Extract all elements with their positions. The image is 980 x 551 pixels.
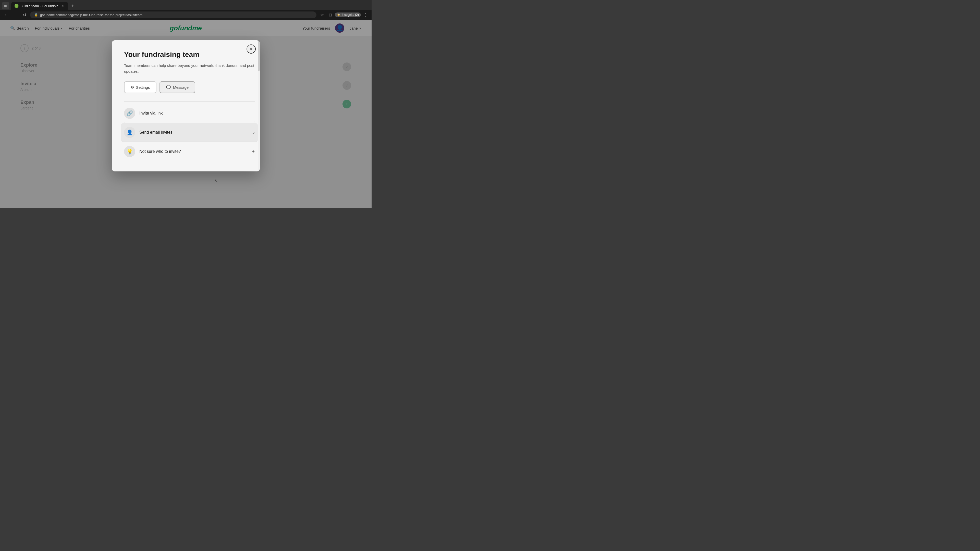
send-email-arrow-icon: ›: [253, 130, 255, 135]
not-sure-icon-circle: 💡: [124, 146, 135, 157]
modal-close-button[interactable]: ×: [247, 44, 256, 54]
divider-1: [124, 101, 255, 102]
browser-chrome: ⊞ 🟢 Build a team - GoFundMe × + ← → ↺ 🔒 …: [0, 0, 372, 20]
back-button[interactable]: ←: [3, 11, 10, 18]
settings-label: Settings: [136, 85, 150, 89]
invite-via-link-option[interactable]: 🔗 Invite via link: [124, 103, 255, 123]
settings-icon: ⚙: [130, 85, 134, 89]
link-icon: 🔗: [127, 110, 133, 116]
modal-scrollbar[interactable]: [258, 40, 260, 171]
not-sure-label: Not sure who to invite?: [139, 149, 248, 154]
profile-button[interactable]: ⊡: [327, 11, 334, 18]
settings-button[interactable]: ⚙ Settings: [124, 81, 156, 93]
tab-favicon: 🟢: [14, 4, 18, 8]
toolbar-actions: ☆ ⊡ 🕵 Incognito (2) ⋮: [318, 11, 369, 18]
message-icon: 💬: [166, 85, 171, 89]
bookmark-button[interactable]: ☆: [318, 11, 326, 18]
incognito-icon: 🕵: [337, 13, 341, 17]
menu-button[interactable]: ⋮: [362, 11, 369, 18]
tab-close-button[interactable]: ×: [60, 3, 65, 8]
person-plus-icon: 👤: [127, 129, 133, 135]
url-text: gofundme.com/manage/help-me-fund-raise-f…: [40, 13, 142, 17]
address-bar[interactable]: 🔒 gofundme.com/manage/help-me-fund-raise…: [30, 11, 317, 18]
modal-content: Your fundraising team Team members can h…: [112, 40, 260, 171]
lightbulb-icon: 💡: [127, 148, 133, 155]
forward-button[interactable]: →: [12, 11, 19, 18]
not-sure-plus-icon: +: [252, 149, 255, 154]
message-button[interactable]: 💬 Message: [159, 81, 195, 93]
message-label: Message: [173, 85, 189, 89]
tab-switcher[interactable]: ⊞: [2, 2, 9, 10]
email-invite-icon-circle: 👤: [124, 127, 135, 138]
modal: × Your fundraising team Team members can…: [112, 40, 260, 171]
modal-scrollbar-thumb: [258, 40, 260, 71]
lock-icon: 🔒: [34, 13, 38, 17]
tab-title: Build a team - GoFundMe: [21, 4, 59, 8]
modal-title: Your fundraising team: [124, 51, 255, 59]
incognito-badge[interactable]: 🕵 Incognito (2): [335, 13, 361, 17]
close-icon: ×: [250, 46, 253, 52]
browser-toolbar: ← → ↺ 🔒 gofundme.com/manage/help-me-fund…: [0, 10, 372, 20]
tab-switcher-icon: ⊞: [4, 4, 7, 8]
not-sure-option[interactable]: 💡 Not sure who to invite? +: [124, 142, 255, 161]
modal-action-buttons: ⚙ Settings 💬 Message: [124, 81, 255, 93]
incognito-label: Incognito (2): [342, 13, 359, 17]
modal-description: Team members can help share beyond your …: [124, 63, 255, 74]
invite-link-label: Invite via link: [139, 111, 255, 116]
send-email-invites-option[interactable]: 👤 Send email invites ›: [121, 123, 258, 142]
send-email-label: Send email invites: [139, 130, 249, 135]
active-tab[interactable]: 🟢 Build a team - GoFundMe ×: [11, 2, 68, 10]
invite-link-icon-circle: 🔗: [124, 108, 135, 119]
reload-button[interactable]: ↺: [21, 11, 28, 18]
modal-overlay[interactable]: × Your fundraising team Team members can…: [0, 20, 372, 208]
page-background: 🔍 Search For individuals ∨ For charities…: [0, 20, 372, 208]
browser-tabs-bar: ⊞ 🟢 Build a team - GoFundMe × +: [0, 0, 372, 10]
new-tab-button[interactable]: +: [69, 2, 76, 10]
